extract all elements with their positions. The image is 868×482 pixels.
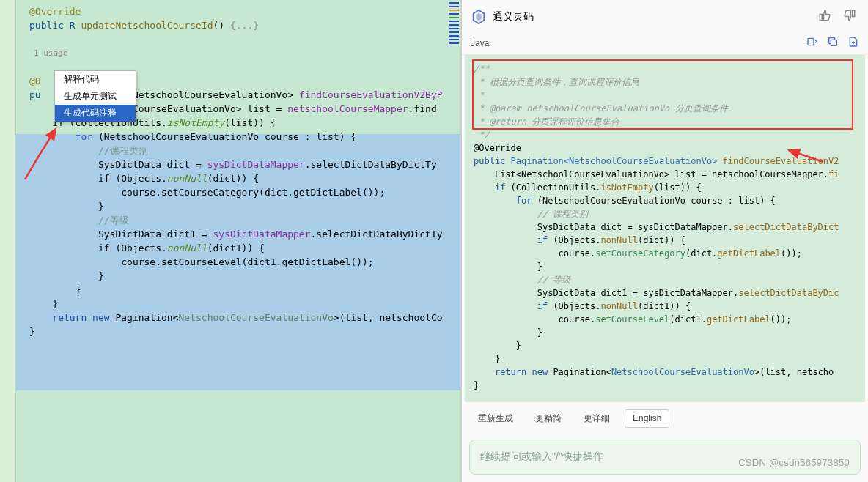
ai-code-toolbar: Java [462, 33, 868, 55]
ai-code-output[interactable]: /** * 根据分页查询条件，查询课程评价信息 * * @param netsc… [465, 55, 865, 402]
annotation-arrow-left [18, 125, 62, 183]
insert-code-icon[interactable] [806, 36, 818, 50]
more-concise-button[interactable]: 更精简 [528, 409, 569, 428]
svg-rect-1 [831, 40, 836, 45]
fold-marker[interactable]: {...} [230, 20, 259, 31]
annotation-arrow-right [783, 146, 827, 168]
ai-assistant-panel: 通义灵码 Java /** * 根据分页查询条件，查询课程评价信息 * * @p… [462, 0, 868, 482]
svg-rect-0 [808, 38, 814, 45]
watermark-text: CSDN @csdn565973850 [738, 457, 850, 468]
menu-item-explain-code[interactable]: 解释代码 [55, 71, 136, 88]
ai-header: 通义灵码 [462, 0, 868, 33]
ai-input-box[interactable]: 继续提问或输入"/"快捷操作 CSDN @csdn565973850 [469, 440, 861, 475]
menu-item-gen-doc-comment[interactable]: 生成代码注释 [55, 105, 136, 122]
thumbs-down-icon[interactable] [840, 6, 859, 27]
code-editor[interactable]: @Override public R updateNetschoolCourse… [0, 0, 460, 343]
copy-icon[interactable] [827, 36, 839, 50]
thumbs-up-icon[interactable] [815, 6, 834, 27]
ai-action-buttons: 重新生成 更精简 更详细 English [462, 402, 868, 435]
ai-title: 通义灵码 [493, 10, 809, 23]
language-label: Java [471, 38, 798, 48]
annotation-override: @Override [29, 6, 81, 17]
new-file-icon[interactable] [847, 36, 859, 50]
regenerate-button[interactable]: 重新生成 [471, 409, 521, 428]
more-detailed-button[interactable]: 更详细 [576, 409, 617, 428]
tongyi-logo-icon [471, 9, 487, 25]
editor-panel: @Override public R updateNetschoolCourse… [0, 0, 462, 482]
ai-input-placeholder: 继续提问或输入"/"快捷操作 [480, 451, 603, 462]
english-button[interactable]: English [625, 409, 669, 428]
menu-item-gen-unit-test[interactable]: 生成单元测试 [55, 88, 136, 105]
context-menu: 解释代码 生成单元测试 生成代码注释 [54, 70, 136, 122]
usage-hint[interactable]: 1 usage [29, 46, 460, 60]
